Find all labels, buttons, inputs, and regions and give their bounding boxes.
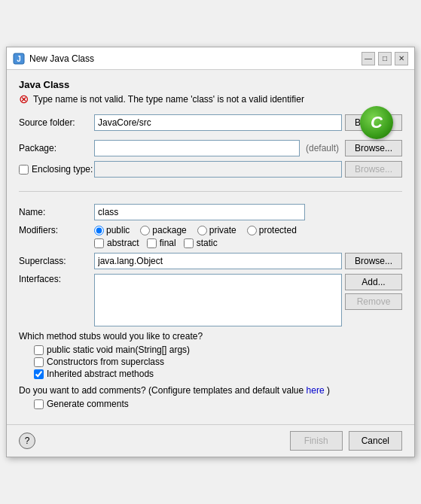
- superclass-label: Superclass:: [19, 256, 94, 266]
- dialog-footer: ? Finish Cancel: [7, 424, 414, 457]
- static-checkbox[interactable]: [184, 238, 194, 248]
- other-modifiers-group: abstract final static: [94, 238, 402, 248]
- dialog-icon: J: [13, 53, 25, 65]
- radio-public-text: public: [106, 225, 130, 235]
- generate-comments-text: Generate comments: [47, 399, 129, 409]
- comments-title-text: Do you want to add comments? (Configure …: [19, 385, 304, 396]
- stub-inherited-checkbox[interactable]: [34, 369, 44, 379]
- package-label: Package:: [19, 143, 94, 153]
- dialog-body: C Java Class ⊗ Type name is not valid. T…: [7, 70, 414, 424]
- abstract-checkbox[interactable]: [94, 238, 104, 248]
- modifiers-row: Modifiers: public package private: [19, 225, 402, 248]
- stub-constructors-checkbox[interactable]: [34, 357, 44, 367]
- generate-comments-checkbox[interactable]: [34, 399, 44, 409]
- radio-package-label[interactable]: package: [140, 225, 186, 235]
- final-checkbox-label[interactable]: final: [147, 238, 176, 248]
- error-message: Type name is not valid. The type name 'c…: [33, 94, 304, 105]
- comments-title: Do you want to add comments? (Configure …: [19, 385, 402, 396]
- footer-right: Finish Cancel: [290, 431, 402, 451]
- comments-section: Do you want to add comments? (Configure …: [19, 385, 402, 409]
- stub-inherited-label[interactable]: Inherited abstract methods: [34, 369, 402, 379]
- radio-public[interactable]: [94, 226, 104, 235]
- enclosing-type-label: Enclosing type:: [32, 164, 93, 175]
- stub-inherited-text: Inherited abstract methods: [47, 369, 154, 379]
- final-label: final: [160, 238, 176, 248]
- svg-text:J: J: [17, 55, 21, 63]
- minimize-button[interactable]: —: [362, 52, 375, 65]
- package-browse-button[interactable]: Browse...: [345, 140, 402, 156]
- add-interface-button[interactable]: Add...: [345, 274, 402, 290]
- name-label: Name:: [19, 207, 94, 217]
- final-checkbox[interactable]: [147, 238, 157, 248]
- name-row: Name:: [19, 204, 402, 220]
- section-header: Java Class: [19, 79, 402, 90]
- interfaces-buttons: Add... Remove: [345, 274, 402, 310]
- radio-protected-text: protected: [259, 225, 297, 235]
- radio-package-text: package: [152, 225, 186, 235]
- radio-public-label[interactable]: public: [94, 225, 130, 235]
- radio-private-text: private: [209, 225, 236, 235]
- help-button[interactable]: ?: [19, 433, 35, 449]
- stub-main-text: public static void main(String[] args): [47, 345, 190, 355]
- stub-constructors-text: Constructors from superclass: [47, 357, 164, 367]
- remove-interface-button[interactable]: Remove: [345, 293, 402, 310]
- interfaces-row: Interfaces: Add... Remove: [19, 274, 402, 326]
- access-modifiers-group: public package private protected: [94, 225, 402, 235]
- modifiers-inner: public package private protected: [94, 225, 402, 248]
- package-default-label: (default): [303, 143, 342, 153]
- source-folder-label: Source folder:: [19, 117, 94, 128]
- stubs-title: Which method stubs would you like to cre…: [19, 331, 402, 342]
- comments-link[interactable]: here: [307, 385, 325, 396]
- enclosing-type-checkbox[interactable]: [19, 165, 29, 175]
- interfaces-label: Interfaces:: [19, 274, 94, 284]
- stub-constructors-label[interactable]: Constructors from superclass: [34, 357, 402, 367]
- stubs-section: Which method stubs would you like to cre…: [19, 331, 402, 379]
- name-input[interactable]: [94, 204, 305, 220]
- dialog-title: New Java Class: [29, 53, 357, 64]
- superclass-input[interactable]: [94, 253, 342, 269]
- footer-left: ?: [19, 433, 35, 449]
- error-icon: ⊗: [19, 93, 29, 105]
- stubs-checkboxes: public static void main(String[] args) C…: [34, 345, 402, 379]
- divider-1: [19, 191, 402, 192]
- maximize-button[interactable]: □: [378, 52, 392, 65]
- interfaces-textarea[interactable]: [94, 274, 342, 326]
- stub-main-checkbox[interactable]: [34, 345, 44, 355]
- comments-title-end: ): [327, 385, 330, 396]
- generate-comments-label[interactable]: Generate comments: [34, 399, 402, 409]
- window-controls: — □ ✕: [362, 52, 408, 65]
- superclass-browse-button[interactable]: Browse...: [345, 253, 402, 269]
- radio-package[interactable]: [140, 226, 150, 235]
- cancel-button[interactable]: Cancel: [349, 431, 402, 451]
- radio-private[interactable]: [197, 226, 207, 235]
- enclosing-type-browse-button[interactable]: Browse...: [345, 161, 402, 178]
- superclass-row: Superclass: Browse...: [19, 253, 402, 269]
- enclosing-type-checkbox-label[interactable]: Enclosing type:: [19, 164, 94, 175]
- enclosing-type-input[interactable]: [94, 161, 342, 178]
- package-input[interactable]: [94, 140, 300, 156]
- comments-checkboxes: Generate comments: [34, 399, 402, 409]
- radio-protected[interactable]: [247, 226, 257, 235]
- finish-button[interactable]: Finish: [290, 431, 343, 451]
- stub-main-label[interactable]: public static void main(String[] args): [34, 345, 402, 355]
- source-folder-row: Source folder: Browse...: [19, 114, 402, 131]
- abstract-checkbox-label[interactable]: abstract: [94, 238, 139, 248]
- static-checkbox-label[interactable]: static: [184, 238, 218, 248]
- modifiers-label: Modifiers:: [19, 225, 94, 235]
- error-row: ⊗ Type name is not valid. The type name …: [19, 93, 402, 105]
- new-java-class-dialog: J New Java Class — □ ✕ C Java Class ⊗ Ty…: [6, 47, 415, 457]
- radio-protected-label[interactable]: protected: [247, 225, 297, 235]
- static-label: static: [197, 238, 218, 248]
- source-folder-input[interactable]: [94, 114, 342, 131]
- radio-private-label[interactable]: private: [197, 225, 236, 235]
- logo-icon: C: [360, 106, 393, 139]
- eclipse-logo: C: [360, 106, 393, 139]
- close-button[interactable]: ✕: [395, 52, 408, 65]
- abstract-label: abstract: [107, 238, 139, 248]
- title-bar: J New Java Class — □ ✕: [7, 47, 414, 70]
